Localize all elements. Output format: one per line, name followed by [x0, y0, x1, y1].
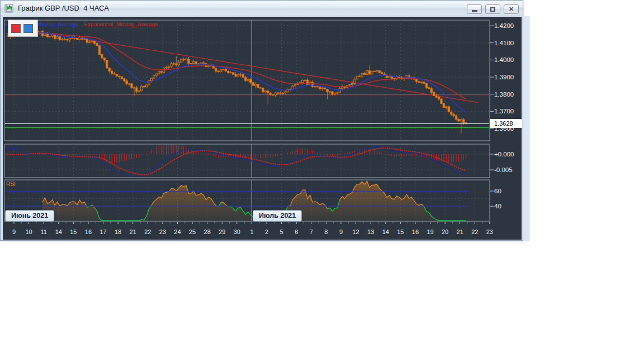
- x-axis-label: 5: [280, 228, 283, 235]
- month-badge-july: Июль 2021: [253, 210, 302, 222]
- ema-slow-legend-label: Exponential_Moving_Average: [84, 21, 158, 27]
- close-icon: ✕: [509, 6, 514, 12]
- x-axis-label: 10: [25, 228, 32, 235]
- price-axis-label: 1.3800: [494, 91, 514, 98]
- ema-slow-swatch[interactable]: [11, 24, 21, 33]
- close-button[interactable]: ✕: [504, 4, 519, 14]
- month-badge-june: Июнь 2021: [5, 210, 54, 222]
- rsi-axis-label: 40: [494, 203, 501, 209]
- x-axis-label: 30: [234, 228, 240, 235]
- x-axis-label: 24: [174, 228, 181, 235]
- price-axis-label: 1.3900: [494, 74, 514, 80]
- x-axis-label: 14: [382, 228, 389, 235]
- x-axis-label: 23: [486, 228, 493, 235]
- restore-icon: [490, 7, 495, 12]
- x-axis-label: 13: [367, 228, 374, 235]
- x-axis-label: 8: [324, 228, 328, 235]
- minimize-icon: [472, 10, 477, 12]
- ema-fast-swatch[interactable]: [23, 24, 33, 33]
- x-axis-label: 16: [85, 228, 92, 235]
- chart-canvas[interactable]: 9101114151617182122232425282930125678912…: [3, 17, 522, 240]
- chart-area[interactable]: 9101114151617182122232425282930125678912…: [3, 17, 522, 240]
- chart-window: График GBP /USD 4 ЧАСА ✕ 910111415161718…: [0, 0, 523, 241]
- x-axis-label: 14: [55, 228, 62, 235]
- price-axis-label: 1.4000: [494, 56, 514, 63]
- x-axis-label: 22: [144, 228, 151, 235]
- x-axis-label: 9: [12, 228, 16, 235]
- x-axis-label: 12: [352, 228, 359, 235]
- window-title: График GBP /USD 4 ЧАСА: [18, 4, 109, 12]
- x-axis-label: 29: [219, 228, 225, 235]
- x-axis-label: 21: [457, 228, 463, 235]
- x-axis-label: 16: [412, 228, 419, 235]
- price-axis-label: 1.4200: [494, 22, 514, 29]
- chart-icon: [4, 4, 13, 13]
- window-controls: ✕: [467, 4, 519, 14]
- x-axis-label: 28: [204, 228, 211, 235]
- x-axis-label: 23: [159, 228, 166, 235]
- rsi-panel-label: RSI: [6, 181, 16, 187]
- x-axis-label: 2: [265, 228, 268, 235]
- x-axis-label: 15: [70, 228, 77, 235]
- x-axis-label: 25: [189, 228, 196, 235]
- minimize-button[interactable]: [467, 4, 482, 14]
- x-axis-label: 7: [310, 228, 313, 235]
- x-axis-label: 9: [339, 228, 343, 235]
- x-axis-label: 20: [442, 228, 448, 235]
- window-right-edge: [524, 16, 529, 241]
- x-axis-label: 15: [397, 228, 404, 235]
- macd-panel-label: MACD: [6, 145, 22, 151]
- x-axis-label: 19: [427, 228, 433, 235]
- rsi-axis-label: 60: [494, 188, 501, 194]
- macd-axis-label: -0.005: [494, 166, 513, 173]
- x-axis-label: 11: [40, 228, 46, 235]
- price-axis-label: 1.4100: [494, 40, 514, 46]
- price-axis-label: 1.3700: [494, 108, 514, 115]
- x-axis-label: 1: [250, 228, 253, 235]
- title-bar[interactable]: График GBP /USD 4 ЧАСА ✕: [1, 1, 523, 16]
- x-axis-label: 18: [115, 228, 121, 235]
- indicator-swatch-box: [8, 20, 38, 37]
- x-axis-label: 21: [130, 228, 136, 235]
- x-axis-label: 17: [100, 228, 106, 235]
- macd-axis-label: +0.000: [494, 151, 514, 158]
- restore-button[interactable]: [485, 4, 500, 14]
- current-price-tag: 1.3628: [490, 119, 522, 128]
- x-axis-label: 6: [295, 228, 298, 235]
- x-axis-label: 22: [471, 228, 478, 235]
